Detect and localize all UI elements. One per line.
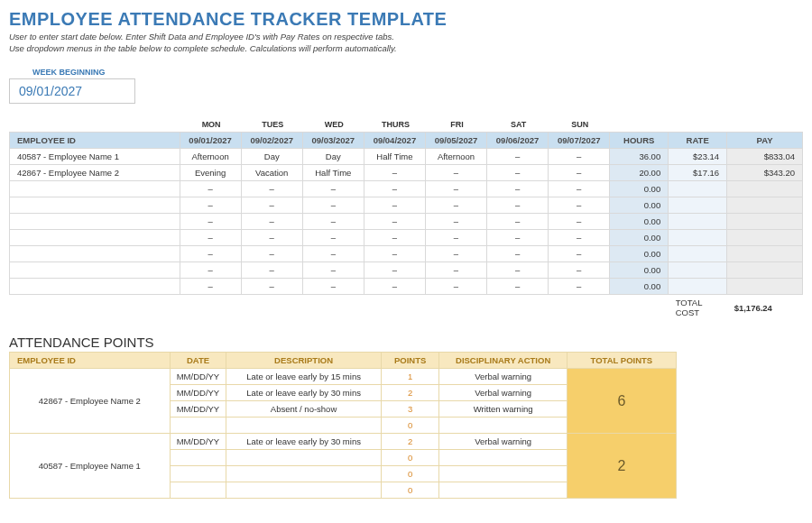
shift-cell[interactable]: – (425, 246, 486, 262)
shift-cell[interactable]: – (302, 197, 364, 214)
shift-cell[interactable]: – (549, 149, 610, 165)
shift-cell[interactable]: – (364, 230, 425, 246)
shift-cell[interactable]: – (180, 181, 241, 197)
shift-cell[interactable]: – (425, 181, 486, 197)
shift-cell[interactable]: Vacation (241, 165, 302, 181)
shift-cell[interactable]: Afternoon (425, 149, 486, 165)
shift-cell[interactable]: – (425, 165, 486, 181)
shift-cell[interactable]: – (241, 279, 302, 295)
total-points-cell: 6 (567, 369, 676, 434)
shift-cell[interactable]: – (364, 214, 425, 230)
shift-cell[interactable]: – (180, 279, 241, 295)
shift-cell[interactable]: – (241, 262, 302, 279)
schedule-row: –––––––0.00 (10, 214, 803, 230)
employee-cell[interactable] (10, 262, 180, 279)
shift-cell[interactable]: Afternoon (180, 149, 241, 165)
points-date-cell[interactable] (170, 417, 226, 434)
points-date-cell[interactable]: MM/DD/YY (170, 369, 226, 385)
employee-cell[interactable] (10, 214, 180, 230)
shift-cell[interactable]: – (302, 262, 364, 279)
shift-cell[interactable]: – (364, 279, 425, 295)
employee-cell[interactable] (10, 246, 180, 262)
shift-cell[interactable]: – (364, 181, 425, 197)
ap-col-description: DESCRIPTION (226, 353, 382, 369)
points-employee-cell[interactable]: 40587 - Employee Name 1 (10, 434, 171, 499)
col-pay: PAY (727, 133, 803, 149)
points-description-cell[interactable] (226, 450, 382, 466)
shift-cell[interactable]: – (487, 230, 549, 246)
shift-cell[interactable]: – (487, 246, 549, 262)
shift-cell[interactable]: Day (302, 149, 364, 165)
points-description-cell[interactable]: Absent / no-show (226, 401, 382, 417)
shift-cell[interactable]: – (241, 214, 302, 230)
shift-cell[interactable]: – (180, 246, 241, 262)
points-description-cell[interactable] (226, 417, 382, 434)
week-beginning-input[interactable]: 09/01/2027 (9, 78, 135, 104)
points-date-cell[interactable] (170, 466, 226, 482)
shift-cell[interactable]: – (487, 165, 549, 181)
employee-cell[interactable]: 40587 - Employee Name 1 (10, 149, 180, 165)
points-date-cell[interactable]: MM/DD/YY (170, 434, 226, 450)
employee-cell[interactable] (10, 197, 180, 214)
employee-cell[interactable] (10, 279, 180, 295)
shift-cell[interactable]: – (425, 279, 486, 295)
shift-cell[interactable]: – (549, 246, 610, 262)
shift-cell[interactable]: – (302, 181, 364, 197)
shift-cell[interactable]: – (425, 214, 486, 230)
shift-cell[interactable]: – (302, 230, 364, 246)
shift-cell[interactable]: – (487, 279, 549, 295)
points-date-cell[interactable]: MM/DD/YY (170, 385, 226, 401)
hours-cell: 0.00 (610, 230, 669, 246)
shift-cell[interactable]: – (364, 262, 425, 279)
shift-cell[interactable]: – (487, 149, 549, 165)
shift-cell[interactable]: – (364, 197, 425, 214)
points-description-cell[interactable]: Late or leave early by 30 mins (226, 385, 382, 401)
shift-cell[interactable]: – (487, 262, 549, 279)
shift-cell[interactable]: – (549, 262, 610, 279)
points-date-cell[interactable] (170, 482, 226, 499)
shift-cell[interactable]: – (425, 262, 486, 279)
shift-cell[interactable]: – (425, 230, 486, 246)
shift-cell[interactable]: – (549, 165, 610, 181)
employee-cell[interactable] (10, 181, 180, 197)
shift-cell[interactable]: – (302, 279, 364, 295)
rate-cell (669, 246, 727, 262)
shift-cell[interactable]: Half Time (302, 165, 364, 181)
shift-cell[interactable]: – (364, 165, 425, 181)
shift-cell[interactable]: Evening (180, 165, 241, 181)
shift-cell[interactable]: – (241, 181, 302, 197)
employee-cell[interactable]: 42867 - Employee Name 2 (10, 165, 180, 181)
points-description-cell[interactable] (226, 482, 382, 499)
points-description-cell[interactable] (226, 466, 382, 482)
points-date-cell[interactable]: MM/DD/YY (170, 401, 226, 417)
shift-cell[interactable]: – (364, 246, 425, 262)
shift-cell[interactable]: – (241, 197, 302, 214)
employee-cell[interactable] (10, 230, 180, 246)
shift-cell[interactable]: – (487, 214, 549, 230)
shift-cell[interactable]: – (302, 214, 364, 230)
shift-cell[interactable]: – (241, 246, 302, 262)
shift-cell[interactable]: – (549, 279, 610, 295)
shift-cell[interactable]: – (241, 230, 302, 246)
shift-cell[interactable]: – (549, 214, 610, 230)
points-date-cell[interactable] (170, 450, 226, 466)
shift-cell[interactable]: – (549, 197, 610, 214)
shift-cell[interactable]: – (549, 230, 610, 246)
points-description-cell[interactable]: Late or leave early by 15 mins (226, 369, 382, 385)
shift-cell[interactable]: – (180, 197, 241, 214)
shift-cell[interactable]: – (180, 230, 241, 246)
shift-cell[interactable]: Half Time (364, 149, 425, 165)
day-thu: THURS (364, 116, 425, 133)
points-description-cell[interactable]: Late or leave early by 30 mins (226, 434, 382, 450)
points-employee-cell[interactable]: 42867 - Employee Name 2 (10, 369, 171, 434)
shift-cell[interactable]: – (487, 181, 549, 197)
shift-cell[interactable]: – (487, 197, 549, 214)
shift-cell[interactable]: – (425, 197, 486, 214)
hours-cell: 36.00 (610, 149, 669, 165)
shift-cell[interactable]: – (180, 214, 241, 230)
shift-cell[interactable]: – (180, 262, 241, 279)
shift-cell[interactable]: Day (241, 149, 302, 165)
shift-cell[interactable]: – (549, 181, 610, 197)
shift-cell[interactable]: – (302, 246, 364, 262)
schedule-row: –––––––0.00 (10, 246, 803, 262)
